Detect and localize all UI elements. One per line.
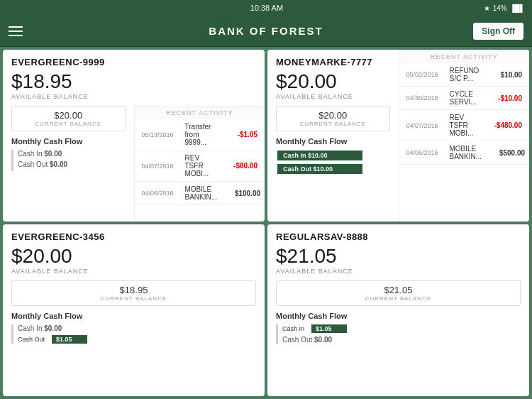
cash-in-row-3456: Cash In $0.00: [18, 324, 256, 332]
cash-out-label-8888: Cash Out $0.00: [282, 336, 332, 344]
cash-out-bar-mm: Cash Out $10.00: [277, 164, 362, 174]
activity-amount: -$1.05: [218, 131, 257, 138]
cash-out-row-mm: Cash Out $10.00: [277, 163, 390, 174]
cash-out-row-9999: Cash Out $0.00: [18, 160, 126, 168]
cash-out-bar-3456: $1.05: [52, 335, 87, 344]
activity-date: 04/30/2016: [406, 94, 445, 102]
account-id-evergreenc9999: EVERGREENC-9999: [11, 57, 256, 67]
app-header: BANK OF FOREST Sign Off: [0, 16, 532, 47]
activity-desc: CYCLE SERVI...: [450, 90, 480, 106]
current-balance-value-9999: $20.00: [18, 110, 119, 121]
activity-row: 04/06/2016 MOBILE BANKIN... $500.00: [399, 141, 530, 165]
cash-flow-section-mm: Cash In $10.00 Cash Out $10.00: [276, 150, 390, 174]
cash-in-row-9999: Cash In $0.00: [18, 150, 126, 158]
activity-desc: REFUND S/C P...: [450, 67, 480, 82]
available-label-mm: AVAILABLE BALANCE: [276, 93, 390, 100]
account-card-evergreenc9999: EVERGREENC-9999 $18.95 AVAILABLE BALANCE…: [3, 50, 265, 222]
activity-desc: MOBILE BANKIN...: [185, 185, 218, 201]
cash-in-prefix-8888: Cash In: [282, 325, 304, 332]
card-left: $20.00 CURRENT BALANCE Monthly Cash Flow…: [3, 106, 134, 222]
cash-flow-section-9999: Cash In $0.00 Cash Out $0.00: [11, 150, 126, 171]
cash-flow-title-mm: Monthly Cash Flow: [276, 137, 390, 146]
cash-in-bar-mm: Cash In $10.00: [277, 151, 362, 160]
activity-amount: -$10.00: [483, 94, 522, 102]
activity-amount: $10.00: [483, 71, 522, 79]
status-right: ★ 14% ▐█▌: [484, 4, 525, 12]
activity-amount: $500.00: [486, 149, 525, 157]
cash-in-bar-8888: $1.05: [311, 324, 347, 333]
available-balance-mm: $20.00: [276, 72, 390, 92]
cash-in-row-mm: Cash In $10.00: [277, 150, 390, 160]
activity-row: 04/30/2016 CYCLE SERVI... -$10.00: [399, 87, 530, 110]
activity-desc: REV TSFR MOBI...: [185, 154, 215, 177]
account-card-moneymarke7777: MONEYMARKE-7777 $20.00 AVAILABLE BALANCE…: [267, 50, 529, 222]
cash-in-label-9999: Cash In $0.00: [18, 150, 62, 158]
main-grid: EVERGREENC-9999 $18.95 AVAILABLE BALANCE…: [0, 47, 532, 399]
available-label-8888: AVAILABLE BALANCE: [276, 268, 521, 275]
current-balance-box-9999: $20.00 CURRENT BALANCE: [11, 106, 126, 131]
activity-row: 05/13/2016 Transfer from 9999... -$1.05: [135, 119, 265, 151]
status-bar: 10:38 AM ★ 14% ▐█▌: [0, 0, 532, 16]
current-balance-box-mm: $20.00 CURRENT BALANCE: [276, 106, 390, 131]
recent-activity-header-mm: RECENT ACTIVITY: [399, 50, 530, 63]
cash-flow-section-8888: Cash In $1.05 Cash Out $0.00: [276, 324, 521, 344]
cash-out-value-mm: Cash Out $10.00: [283, 165, 333, 173]
cash-flow-title-8888: Monthly Cash Flow: [276, 312, 521, 320]
current-balance-value-3456: $18.95: [18, 285, 250, 295]
activity-date: 05/13/2016: [142, 131, 181, 138]
battery-icon: ▐█▌: [510, 4, 525, 12]
recent-activity-header-9999: RECENT ACTIVITY: [135, 106, 265, 119]
bluetooth-icon: ★: [484, 4, 490, 12]
activity-row: 05/02/2016 REFUND S/C P... $10.00: [399, 63, 530, 87]
available-label-evergreenc9999: AVAILABLE BALANCE: [11, 93, 256, 100]
activity-row: 04/06/2016 MOBILE BANKIN... $100.00: [135, 182, 265, 205]
activity-date: 04/07/2016: [406, 122, 445, 129]
available-balance-8888: $21.05: [276, 246, 521, 266]
activity-date: 04/07/2016: [142, 163, 181, 170]
activity-desc: REV TSFR MOBI...: [450, 114, 480, 137]
app-title: BANK OF FOREST: [209, 25, 323, 37]
current-balance-label-9999: CURRENT BALANCE: [18, 121, 119, 127]
current-balance-box-8888: $21.05 CURRENT BALANCE: [276, 280, 521, 306]
account-card-evergreenc3456: EVERGREENC-3456 $20.00 AVAILABLE BALANCE…: [3, 224, 265, 396]
activity-list-mm: 05/02/2016 REFUND S/C P... $10.00 04/30/…: [399, 63, 530, 165]
available-label-3456: AVAILABLE BALANCE: [11, 268, 256, 275]
menu-button[interactable]: [9, 26, 23, 36]
current-balance-value-8888: $21.05: [282, 285, 514, 295]
current-balance-value-mm: $20.00: [282, 110, 384, 121]
available-balance-3456: $20.00: [11, 246, 256, 266]
activity-desc: Transfer from 9999...: [185, 123, 215, 146]
activity-amount: $100.00: [221, 190, 260, 197]
cash-flow-title-3456: Monthly Cash Flow: [11, 312, 256, 320]
hamburger-line2: [9, 31, 23, 32]
cash-out-label-9999: Cash Out $0.00: [18, 160, 67, 168]
card-body-mm: MONEYMARKE-7777 $20.00 AVAILABLE BALANCE…: [267, 50, 529, 222]
current-balance-label-mm: CURRENT BALANCE: [282, 121, 384, 127]
status-time: 10:38 AM: [250, 4, 283, 12]
cash-in-value-8888: $1.05: [316, 325, 332, 332]
cash-out-prefix-3456: Cash Out: [18, 336, 45, 343]
card-top-section: EVERGREENC-9999 $18.95 AVAILABLE BALANCE: [3, 50, 265, 106]
account-card-regularsav8888: REGULARSAV-8888 $21.05 AVAILABLE BALANCE…: [267, 224, 529, 396]
cash-out-value-3456: $1.05: [56, 336, 72, 343]
card-right-mm: RECENT ACTIVITY 05/02/2016 REFUND S/C P.…: [399, 50, 530, 222]
card-right-9999: RECENT ACTIVITY 05/13/2016 Transfer from…: [134, 106, 265, 222]
sign-on-button[interactable]: Sign Off: [473, 23, 523, 40]
battery-percent: 14%: [493, 4, 507, 12]
account-id-mm: MONEYMARKE-7777: [276, 57, 390, 67]
activity-date: 05/02/2016: [406, 71, 445, 78]
cash-in-value-mm: Cash In $10.00: [283, 152, 328, 159]
card-left-mm: MONEYMARKE-7777 $20.00 AVAILABLE BALANCE…: [267, 50, 399, 222]
cash-out-row-3456: Cash Out $1.05: [18, 335, 256, 344]
activity-amount: -$80.00: [218, 162, 257, 170]
cash-in-label-3456: Cash In $0.00: [18, 324, 62, 332]
activity-list-9999: 05/13/2016 Transfer from 9999... -$1.05 …: [135, 119, 265, 205]
activity-row: 04/07/2016 REV TSFR MOBI... -$480.00: [399, 110, 530, 141]
card-body: $20.00 CURRENT BALANCE Monthly Cash Flow…: [3, 106, 265, 222]
activity-desc: MOBILE BANKIN...: [450, 145, 482, 160]
current-balance-label-3456: CURRENT BALANCE: [18, 295, 250, 302]
activity-date: 04/06/2016: [142, 190, 181, 197]
cash-flow-section-3456: Cash In $0.00 Cash Out $1.05: [11, 324, 256, 344]
account-id-3456: EVERGREENC-3456: [11, 231, 256, 242]
activity-date: 04/06/2016: [406, 149, 445, 156]
